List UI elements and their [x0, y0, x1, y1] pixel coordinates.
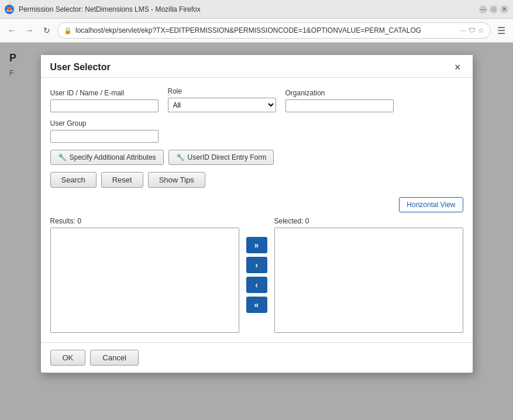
- firefox-icon: 🦊: [5, 5, 14, 14]
- search-button[interactable]: Search: [50, 172, 97, 188]
- usergroup-input[interactable]: [50, 130, 159, 143]
- more-options-icon: ···: [460, 26, 466, 35]
- modal-header: User Selector ×: [41, 55, 473, 78]
- specify-attributes-button[interactable]: 🔧 Specify Additional Attributes: [50, 150, 164, 165]
- nav-bar: ← → ↻ 🔒 ··· 🛡 ☆ ☰: [0, 19, 513, 42]
- minimize-button[interactable]: —: [479, 5, 487, 13]
- browser-chrome: 🦊 Permission Selector: NetDimensions LMS…: [0, 0, 513, 43]
- search-buttons-row: Search Reset Show Tips: [50, 172, 463, 188]
- remove-all-button[interactable]: «: [246, 297, 267, 313]
- address-input[interactable]: [75, 26, 457, 35]
- modal-close-button[interactable]: ×: [452, 62, 463, 73]
- horizontal-view-row: Horizontal View: [50, 197, 463, 212]
- role-group: Role All: [168, 87, 276, 112]
- reload-button[interactable]: ↻: [40, 23, 54, 37]
- org-group: Organization: [285, 89, 394, 112]
- results-section: Results: 0: [50, 217, 239, 333]
- form-row-1: User ID / Name / E-mail Role All Organiz…: [50, 87, 463, 112]
- title-bar: 🦊 Permission Selector: NetDimensions LMS…: [0, 0, 513, 19]
- user-id-group: User ID / Name / E-mail: [50, 89, 159, 112]
- window-title: Permission Selector: NetDimensions LMS -…: [19, 5, 474, 13]
- userid-direct-entry-button[interactable]: 🔧 UserID Direct Entry Form: [168, 150, 274, 165]
- star-icon: ☆: [478, 26, 484, 35]
- ok-button[interactable]: OK: [50, 350, 86, 366]
- maximize-button[interactable]: □: [490, 5, 498, 13]
- modal-overlay: User Selector × User ID / Name / E-mail …: [0, 43, 513, 420]
- results-list[interactable]: [50, 228, 239, 333]
- show-tips-button[interactable]: Show Tips: [148, 172, 205, 188]
- close-window-button[interactable]: ✕: [500, 5, 508, 13]
- back-button[interactable]: ←: [5, 23, 19, 37]
- org-input[interactable]: [285, 99, 394, 112]
- selected-list[interactable]: [274, 228, 463, 333]
- form-row-2: User Group: [50, 119, 463, 143]
- wrench2-icon: 🔧: [176, 153, 185, 161]
- remove-one-button[interactable]: ‹: [246, 277, 267, 293]
- reset-button[interactable]: Reset: [101, 172, 143, 188]
- add-one-button[interactable]: ›: [246, 257, 267, 273]
- results-row: Results: 0 » › ‹ « Selected: 0: [50, 217, 463, 333]
- org-label: Organization: [285, 89, 394, 97]
- selected-section: Selected: 0: [274, 217, 463, 333]
- user-selector-modal: User Selector × User ID / Name / E-mail …: [40, 54, 473, 373]
- forward-button[interactable]: →: [22, 23, 36, 37]
- user-id-input[interactable]: [50, 99, 159, 112]
- modal-body: User ID / Name / E-mail Role All Organiz…: [41, 78, 473, 342]
- userid-direct-label: UserID Direct Entry Form: [188, 153, 267, 161]
- specify-attributes-label: Specify Additional Attributes: [70, 153, 156, 161]
- user-id-label: User ID / Name / E-mail: [50, 89, 159, 97]
- browser-menu-button[interactable]: ☰: [494, 23, 508, 37]
- modal-footer: OK Cancel: [41, 342, 473, 373]
- usergroup-group: User Group: [50, 119, 159, 143]
- modal-title: User Selector: [50, 62, 111, 73]
- page-background: P F User Selector × User ID / Name / E-m…: [0, 43, 513, 420]
- role-select[interactable]: All: [168, 98, 276, 112]
- action-buttons: 🔧 Specify Additional Attributes 🔧 UserID…: [50, 150, 463, 165]
- selected-label: Selected: 0: [274, 217, 463, 225]
- address-icons: ··· 🛡 ☆: [460, 26, 484, 35]
- shield-icon: 🛡: [469, 26, 476, 35]
- add-all-button[interactable]: »: [246, 237, 267, 253]
- horizontal-view-button[interactable]: Horizontal View: [399, 197, 463, 212]
- results-label: Results: 0: [50, 217, 239, 225]
- wrench-icon: 🔧: [58, 153, 67, 161]
- cancel-button[interactable]: Cancel: [90, 350, 138, 366]
- usergroup-label: User Group: [50, 119, 159, 128]
- address-bar-container: 🔒 ··· 🛡 ☆: [57, 22, 491, 39]
- transfer-buttons: » › ‹ «: [244, 237, 270, 313]
- window-controls: — □ ✕: [479, 5, 508, 13]
- lock-icon: 🔒: [64, 27, 72, 35]
- role-label: Role: [168, 87, 276, 95]
